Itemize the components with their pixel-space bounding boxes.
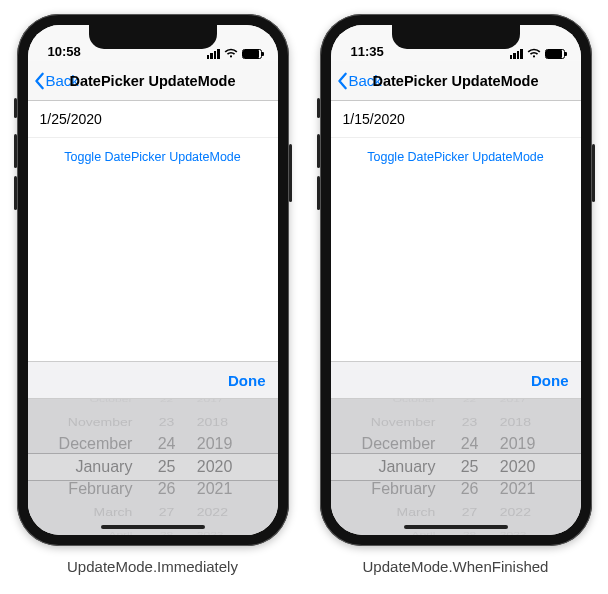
nav-bar: Back DatePicker UpdateMode <box>28 61 278 101</box>
picker-columns: October November December January Februa… <box>331 399 581 535</box>
year-wheel[interactable]: 2017 2018 2019 2020 2021 2022 2023 <box>191 399 278 535</box>
notch <box>392 25 520 49</box>
date-picker[interactable]: October November December January Februa… <box>331 399 581 535</box>
day-option[interactable]: 26 <box>461 478 479 501</box>
day-wheel[interactable]: 22 23 24 25 26 27 28 <box>142 399 190 535</box>
year-wheel[interactable]: 2017 2018 2019 2020 2021 2022 2023 <box>494 399 581 535</box>
home-indicator <box>101 525 205 529</box>
right-column: 11:35 Back DatePicker UpdateMode 1 <box>320 14 592 575</box>
screen: 11:35 Back DatePicker UpdateMode 1 <box>331 25 581 535</box>
day-option[interactable]: 26 <box>158 478 176 501</box>
day-option[interactable]: 23 <box>462 413 478 432</box>
month-option[interactable]: December <box>59 433 133 456</box>
month-option[interactable]: February <box>371 478 435 501</box>
month-option[interactable]: November <box>68 413 133 432</box>
notch <box>89 25 217 49</box>
signal-icon <box>510 49 523 59</box>
month-option-selected[interactable]: January <box>378 456 435 479</box>
back-label: Back <box>46 72 79 89</box>
mute-switch <box>14 98 17 118</box>
day-option[interactable]: 22 <box>160 399 173 406</box>
content-area: 1/25/2020 Toggle DatePicker UpdateMode <box>28 101 278 361</box>
volume-up-button <box>317 134 320 168</box>
month-option[interactable]: March <box>396 503 435 522</box>
month-option[interactable]: February <box>68 478 132 501</box>
left-column: 10:58 Back DatePicker UpdateMode 1 <box>17 14 289 575</box>
status-icons <box>207 48 262 59</box>
year-option-selected[interactable]: 2020 <box>500 456 536 479</box>
iphone-frame: 11:35 Back DatePicker UpdateMode 1 <box>320 14 592 546</box>
back-label: Back <box>349 72 382 89</box>
chevron-left-icon <box>34 72 46 90</box>
home-indicator <box>404 525 508 529</box>
month-option[interactable]: April <box>108 528 132 535</box>
year-option[interactable]: 2017 <box>500 399 527 406</box>
day-option[interactable]: 23 <box>159 413 175 432</box>
wifi-icon <box>224 48 238 59</box>
nav-bar: Back DatePicker UpdateMode <box>331 61 581 101</box>
year-option[interactable]: 2022 <box>500 503 531 522</box>
day-wheel[interactable]: 22 23 24 25 26 27 28 <box>445 399 493 535</box>
right-caption: UpdateMode.WhenFinished <box>363 558 549 575</box>
mute-switch <box>317 98 320 118</box>
year-option[interactable]: 2023 <box>197 528 224 535</box>
month-option[interactable]: December <box>362 433 436 456</box>
day-option[interactable]: 28 <box>160 528 173 535</box>
year-option[interactable]: 2019 <box>500 433 536 456</box>
year-option[interactable]: 2021 <box>500 478 536 501</box>
month-option-selected[interactable]: January <box>75 456 132 479</box>
day-option[interactable]: 27 <box>159 503 175 522</box>
battery-icon <box>545 49 565 59</box>
comparison-stage: 10:58 Back DatePicker UpdateMode 1 <box>0 0 608 575</box>
year-option[interactable]: 2023 <box>500 528 527 535</box>
toggle-updatemode-button[interactable]: Toggle DatePicker UpdateMode <box>28 138 278 176</box>
left-caption: UpdateMode.Immediately <box>67 558 238 575</box>
month-option[interactable]: October <box>393 399 436 406</box>
wifi-icon <box>527 48 541 59</box>
day-option[interactable]: 24 <box>461 433 479 456</box>
status-time: 11:35 <box>351 44 384 59</box>
month-option[interactable]: April <box>411 528 435 535</box>
done-button[interactable]: Done <box>228 372 266 389</box>
month-option[interactable]: November <box>371 413 436 432</box>
day-option-selected[interactable]: 25 <box>461 456 479 479</box>
date-value-field[interactable]: 1/25/2020 <box>28 101 278 138</box>
day-option-selected[interactable]: 25 <box>158 456 176 479</box>
content-area: 1/15/2020 Toggle DatePicker UpdateMode <box>331 101 581 361</box>
month-option[interactable]: March <box>93 503 132 522</box>
power-button <box>592 144 595 202</box>
day-option[interactable]: 22 <box>463 399 476 406</box>
status-time: 10:58 <box>48 44 81 59</box>
volume-down-button <box>317 176 320 210</box>
screen: 10:58 Back DatePicker UpdateMode 1 <box>28 25 278 535</box>
year-option[interactable]: 2021 <box>197 478 233 501</box>
picker-toolbar: Done <box>331 361 581 399</box>
date-picker[interactable]: October November December January Februa… <box>28 399 278 535</box>
day-option[interactable]: 27 <box>462 503 478 522</box>
year-option[interactable]: 2019 <box>197 433 233 456</box>
done-button[interactable]: Done <box>531 372 569 389</box>
chevron-left-icon <box>337 72 349 90</box>
month-wheel[interactable]: October November December January Februa… <box>28 399 143 535</box>
back-button[interactable]: Back <box>331 72 382 90</box>
status-icons <box>510 48 565 59</box>
year-option[interactable]: 2022 <box>197 503 228 522</box>
signal-icon <box>207 49 220 59</box>
day-option[interactable]: 24 <box>158 433 176 456</box>
volume-down-button <box>14 176 17 210</box>
month-wheel[interactable]: October November December January Februa… <box>331 399 446 535</box>
month-option[interactable]: October <box>90 399 133 406</box>
year-option[interactable]: 2018 <box>197 413 228 432</box>
iphone-frame: 10:58 Back DatePicker UpdateMode 1 <box>17 14 289 546</box>
day-option[interactable]: 28 <box>463 528 476 535</box>
volume-up-button <box>14 134 17 168</box>
date-value-field[interactable]: 1/15/2020 <box>331 101 581 138</box>
year-option[interactable]: 2018 <box>500 413 531 432</box>
toggle-updatemode-button[interactable]: Toggle DatePicker UpdateMode <box>331 138 581 176</box>
back-button[interactable]: Back <box>28 72 79 90</box>
picker-columns: October November December January Februa… <box>28 399 278 535</box>
battery-icon <box>242 49 262 59</box>
power-button <box>289 144 292 202</box>
year-option-selected[interactable]: 2020 <box>197 456 233 479</box>
year-option[interactable]: 2017 <box>197 399 224 406</box>
